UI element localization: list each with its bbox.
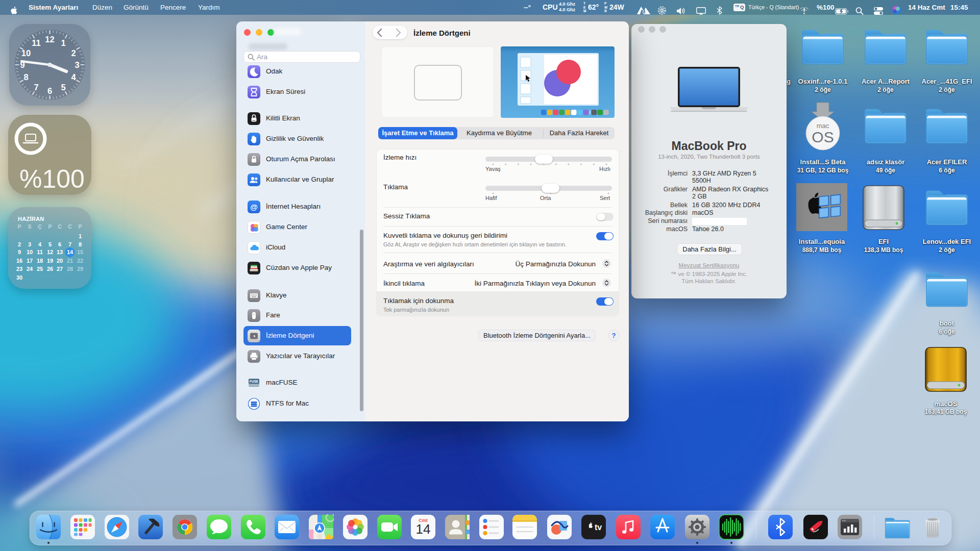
svg-text:Ç: Ç (38, 223, 42, 230)
svg-text:2: 2 (18, 241, 21, 247)
svg-text:tv: tv (595, 523, 602, 532)
svg-text:FUSE: FUSE (250, 379, 259, 383)
svg-text:26: 26 (47, 266, 53, 272)
svg-text:28: 28 (67, 266, 73, 272)
svg-text:C: C (68, 223, 72, 230)
svg-text:18: 18 (37, 258, 43, 264)
svg-text:25: 25 (37, 266, 43, 272)
svg-text:4: 4 (71, 72, 76, 82)
svg-text:8: 8 (79, 241, 82, 247)
svg-text:24: 24 (27, 266, 33, 272)
svg-text:23: 23 (16, 266, 22, 272)
svg-text:7: 7 (34, 83, 38, 92)
svg-text:14: 14 (416, 521, 431, 537)
svg-text:M: M (641, 9, 645, 15)
svg-text:14: 14 (67, 249, 74, 255)
svg-text:30: 30 (16, 274, 22, 281)
svg-text:20: 20 (57, 258, 63, 264)
svg-text:12: 12 (45, 35, 54, 44)
svg-text:5: 5 (61, 83, 65, 92)
svg-text:S: S (28, 223, 31, 230)
svg-text:11: 11 (32, 38, 40, 47)
svg-text:8: 8 (23, 72, 28, 82)
svg-text:10: 10 (21, 48, 31, 58)
svg-text:10: 10 (27, 249, 33, 255)
svg-text:OS: OS (812, 129, 834, 145)
svg-text:P: P (48, 223, 52, 230)
svg-text:C: C (58, 223, 62, 230)
svg-text:1: 1 (79, 233, 82, 239)
svg-text:7: 7 (68, 241, 71, 247)
svg-text:13: 13 (57, 249, 63, 255)
svg-text:@: @ (250, 202, 258, 211)
svg-text:5: 5 (48, 241, 52, 247)
svg-text:3: 3 (75, 60, 79, 69)
svg-text:22: 22 (77, 258, 83, 264)
svg-text:16: 16 (16, 258, 22, 264)
svg-text:2: 2 (71, 48, 76, 58)
svg-text:19: 19 (47, 258, 53, 264)
svg-text:21: 21 (67, 258, 73, 264)
svg-text:P: P (78, 223, 82, 230)
svg-text:29: 29 (77, 266, 83, 272)
svg-text:9: 9 (18, 249, 21, 255)
svg-text:6: 6 (58, 241, 61, 247)
svg-text:17: 17 (27, 258, 33, 264)
svg-text:11: 11 (37, 249, 43, 255)
svg-text:15: 15 (77, 249, 83, 255)
svg-text:12: 12 (47, 249, 53, 255)
svg-text:P: P (17, 223, 21, 230)
svg-text:6: 6 (47, 86, 52, 95)
svg-text:%100: %100 (19, 165, 85, 193)
svg-text:1: 1 (61, 38, 65, 47)
svg-text:3: 3 (28, 241, 31, 247)
svg-text:4: 4 (38, 241, 42, 247)
svg-text:27: 27 (57, 266, 63, 272)
